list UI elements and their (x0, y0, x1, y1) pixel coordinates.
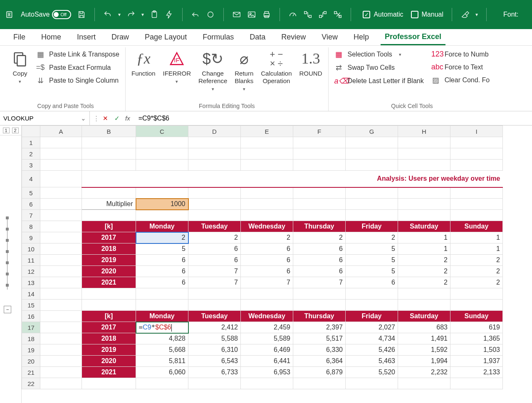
calc-operation-button[interactable]: + −× ÷Calculation Operation (261, 50, 292, 85)
tab-home[interactable]: Home (37, 29, 65, 45)
return-blanks-icon: ⌀ (240, 50, 249, 68)
function-button[interactable]: ƒxFunction (131, 50, 156, 77)
copy-button[interactable]: Copy ▾ (12, 50, 28, 84)
svg-rect-17 (17, 56, 25, 66)
enter-icon[interactable]: ✓ (111, 111, 123, 125)
paste-exact-icon: =$ (36, 63, 45, 72)
iferror-button[interactable]: IFIFERROR▾ (163, 50, 191, 84)
col-header[interactable]: D (188, 126, 241, 137)
fx-icon[interactable]: fx (123, 115, 133, 122)
calc-operation-icon: + −× ÷ (270, 50, 283, 68)
ribbon-group-formula-editing: ƒxFunction IFIFERROR▾ $↻Change Reference… (126, 47, 329, 111)
group-label-formula-editing: Formula Editing Tools (131, 103, 322, 109)
col-header[interactable]: I (450, 126, 503, 137)
group-label-quick-cell: Quick Cell Tools (334, 103, 490, 109)
undo-dropdown-icon[interactable]: ▾ (118, 12, 121, 17)
clear-cond-format-button[interactable]: ▨Clear Cond. Fo (431, 76, 490, 85)
change-reference-button[interactable]: $↻Change Reference▾ (198, 50, 227, 92)
record-icon[interactable] (206, 10, 215, 19)
multiplier-label[interactable]: Multiplier (82, 199, 136, 210)
tab-review[interactable]: Review (277, 29, 310, 45)
speedometer-icon[interactable] (288, 10, 297, 19)
copy-icon (12, 50, 28, 68)
tab-insert[interactable]: Insert (73, 29, 100, 45)
undo-icon[interactable] (103, 10, 112, 19)
delete-last-letter-button[interactable]: a⌫Delete Last Letter if Blank (334, 76, 424, 86)
col-header[interactable]: A (40, 126, 82, 137)
print-icon[interactable] (262, 10, 271, 19)
tab-page-layout[interactable]: Page Layout (141, 29, 191, 45)
automatic-checkbox[interactable]: ✓ (363, 11, 370, 18)
clipboard-icon[interactable] (150, 10, 159, 19)
eraser-icon[interactable] (460, 10, 470, 19)
paste-link-transpose-button[interactable]: ▦Paste Link & Transpose (36, 50, 119, 59)
manual-label: Manual (422, 11, 443, 18)
round-icon: 1.3 (302, 50, 320, 68)
delete-letter-icon: a⌫ (334, 76, 344, 86)
eraser-dropdown-icon[interactable]: ▾ (475, 12, 478, 17)
trace-dependents-icon[interactable] (318, 10, 327, 19)
manual-checkbox[interactable] (411, 11, 418, 18)
name-box-dropdown-icon[interactable]: ⌄ (81, 115, 86, 122)
swap-two-cells-button[interactable]: ⇄Swap Two Cells (334, 63, 424, 72)
col-header[interactable]: C (136, 126, 188, 137)
tab-draw[interactable]: Draw (107, 29, 133, 45)
select-all-corner[interactable] (22, 126, 40, 137)
swap-cells-icon: ⇄ (334, 63, 344, 72)
tab-file[interactable]: File (9, 29, 30, 45)
redo-icon[interactable] (126, 10, 136, 19)
tab-professor-excel[interactable]: Professor Excel (381, 29, 445, 45)
autosave-pill[interactable]: Off (52, 10, 71, 19)
autosave-toggle[interactable]: AutoSave Off (21, 10, 71, 19)
round-button[interactable]: 1.3ROUND (299, 50, 322, 77)
group-collapse-icon[interactable]: − (4, 306, 11, 313)
referenced-cell-c9[interactable]: 2 (136, 232, 188, 243)
col-header[interactable]: F (293, 126, 346, 137)
name-box[interactable]: ⌄ (0, 111, 90, 125)
change-reference-icon: $↻ (203, 50, 223, 68)
remove-arrows-icon[interactable] (333, 10, 342, 19)
col-header[interactable]: E (241, 126, 293, 137)
reply-icon[interactable] (191, 10, 200, 19)
selection-tools-button[interactable]: ▦Selection Tools▾ (334, 50, 424, 59)
tab-formulas[interactable]: Formulas (198, 29, 238, 45)
name-box-input[interactable] (3, 115, 81, 122)
font-label: Font: (503, 11, 518, 18)
multiplier-value[interactable]: 1000 (136, 199, 188, 210)
force-number-button[interactable]: 123Force to Numb (431, 50, 490, 59)
mail-icon[interactable] (232, 10, 241, 19)
svg-rect-10 (304, 12, 307, 14)
svg-rect-12 (324, 12, 327, 14)
flash-fill-icon[interactable] (165, 10, 174, 19)
paste-exact-formula-button[interactable]: =$Paste Exact Formula (36, 63, 119, 72)
grouping-levels[interactable]: 1 2 (0, 125, 21, 135)
grouping-column: 1 2 − (0, 125, 22, 403)
spreadsheet-grid[interactable]: A B C D E F G H I 1 2 3 4Analysis: Users… (22, 125, 503, 389)
force-text-icon: abc (431, 63, 440, 71)
svg-point-3 (208, 12, 213, 17)
col-header[interactable]: G (346, 126, 398, 137)
tab-data[interactable]: Data (245, 29, 270, 45)
paste-column-icon: ⇊ (36, 76, 45, 85)
col-header[interactable]: H (398, 126, 450, 137)
paste-single-column-button[interactable]: ⇊Paste to Single Column (36, 76, 119, 85)
cancel-icon[interactable]: ✕ (99, 111, 111, 125)
tab-help[interactable]: Help (349, 29, 373, 45)
force-text-button[interactable]: abcForce to Text (431, 63, 490, 71)
return-blanks-button[interactable]: ⌀Return Blanks▾ (235, 50, 253, 92)
save-icon[interactable] (77, 10, 86, 19)
svg-rect-14 (334, 12, 337, 14)
trace-precedents-icon[interactable] (303, 10, 312, 19)
col-header[interactable]: B (82, 126, 136, 137)
paste-link-icon: ▦ (36, 50, 45, 59)
chevron-down-icon: ▾ (19, 79, 21, 84)
tab-view[interactable]: View (317, 29, 342, 45)
clear-cond-icon: ▨ (431, 76, 440, 85)
force-number-icon: 123 (431, 50, 440, 59)
active-cell-c17[interactable]: =C9*$C$6 (136, 322, 188, 333)
redo-dropdown-icon[interactable]: ▾ (141, 12, 144, 17)
svg-text:IF: IF (174, 57, 180, 64)
ribbon-group-quick-cell: ▦Selection Tools▾ ⇄Swap Two Cells a⌫Dele… (329, 47, 496, 111)
picture-icon[interactable] (247, 10, 256, 19)
formula-input[interactable] (133, 111, 532, 125)
